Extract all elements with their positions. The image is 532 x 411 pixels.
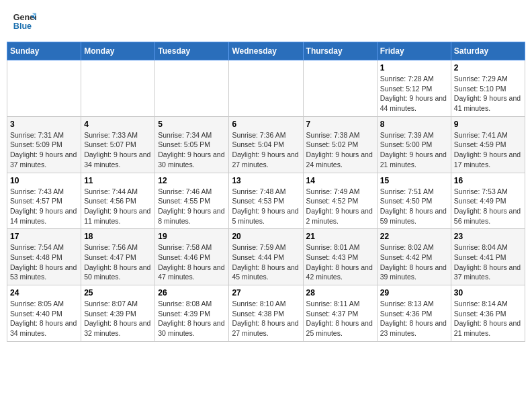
day-number: 11 [84,176,152,185]
day-info: Sunrise: 7:59 AMSunset: 4:44 PMDaylight:… [232,242,300,282]
column-header-sunday: Sunday [7,42,81,60]
day-info: Sunrise: 7:29 AMSunset: 5:10 PMDaylight:… [454,74,522,113]
day-number: 30 [454,288,522,298]
day-info: Sunrise: 8:08 AMSunset: 4:39 PMDaylight:… [158,299,226,338]
column-header-friday: Friday [377,42,451,60]
day-info: Sunrise: 7:44 AMSunset: 4:56 PMDaylight:… [84,187,152,226]
calendar-cell: 22Sunrise: 8:02 AMSunset: 4:42 PMDayligh… [377,229,451,285]
day-number: 10 [10,176,78,185]
calendar-cell: 8Sunrise: 7:39 AMSunset: 5:00 PMDaylight… [377,116,451,173]
day-number: 23 [454,232,522,241]
calendar-cell [7,60,81,117]
day-info: Sunrise: 8:02 AMSunset: 4:42 PMDaylight:… [380,242,448,282]
calendar-cell: 27Sunrise: 8:10 AMSunset: 4:38 PMDayligh… [229,285,303,342]
day-info: Sunrise: 8:04 AMSunset: 4:41 PMDaylight:… [454,242,522,282]
calendar-cell [155,60,229,117]
calendar-cell: 10Sunrise: 7:43 AMSunset: 4:57 PMDayligh… [7,173,81,229]
day-number: 13 [232,176,300,185]
calendar-cell: 25Sunrise: 8:07 AMSunset: 4:39 PMDayligh… [81,285,155,342]
calendar-cell: 19Sunrise: 7:58 AMSunset: 4:46 PMDayligh… [155,229,229,285]
day-info: Sunrise: 7:49 AMSunset: 4:52 PMDaylight:… [306,187,374,226]
calendar-week-2: 3Sunrise: 7:31 AMSunset: 5:09 PMDaylight… [7,116,525,173]
calendar-cell: 4Sunrise: 7:33 AMSunset: 5:07 PMDaylight… [81,116,155,173]
calendar-cell: 21Sunrise: 8:01 AMSunset: 4:43 PMDayligh… [303,229,377,285]
day-info: Sunrise: 7:46 AMSunset: 4:55 PMDaylight:… [158,187,226,226]
day-info: Sunrise: 7:33 AMSunset: 5:07 PMDaylight:… [84,130,152,170]
calendar-cell: 6Sunrise: 7:36 AMSunset: 5:04 PMDaylight… [229,116,303,173]
day-number: 22 [380,232,448,241]
calendar-cell: 28Sunrise: 8:11 AMSunset: 4:37 PMDayligh… [303,285,377,342]
day-number: 29 [380,288,448,298]
day-info: Sunrise: 7:51 AMSunset: 4:50 PMDaylight:… [380,187,448,226]
calendar-cell: 13Sunrise: 7:48 AMSunset: 4:53 PMDayligh… [229,173,303,229]
calendar-cell: 2Sunrise: 7:29 AMSunset: 5:10 PMDaylight… [451,60,525,117]
day-number: 20 [232,232,300,241]
day-info: Sunrise: 7:43 AMSunset: 4:57 PMDaylight:… [10,187,78,226]
calendar-week-3: 10Sunrise: 7:43 AMSunset: 4:57 PMDayligh… [7,173,525,229]
day-info: Sunrise: 7:53 AMSunset: 4:49 PMDaylight:… [454,187,522,226]
day-number: 3 [10,120,78,129]
calendar-cell: 1Sunrise: 7:28 AMSunset: 5:12 PMDaylight… [377,60,451,117]
day-number: 19 [158,232,226,241]
column-header-wednesday: Wednesday [229,42,303,60]
calendar-cell: 12Sunrise: 7:46 AMSunset: 4:55 PMDayligh… [155,173,229,229]
day-number: 14 [306,176,374,185]
day-info: Sunrise: 7:36 AMSunset: 5:04 PMDaylight:… [232,130,300,170]
day-info: Sunrise: 8:13 AMSunset: 4:36 PMDaylight:… [380,299,448,338]
calendar-cell: 7Sunrise: 7:38 AMSunset: 5:02 PMDaylight… [303,116,377,173]
calendar-cell [229,60,303,117]
day-number: 18 [84,232,152,241]
column-header-monday: Monday [81,42,155,60]
day-number: 28 [306,288,374,298]
page-header: General Blue [7,7,525,36]
day-number: 9 [454,120,522,129]
logo-icon: General Blue [12,9,36,34]
day-number: 2 [454,63,522,73]
calendar-table: SundayMondayTuesdayWednesdayThursdayFrid… [7,42,525,342]
day-number: 17 [10,232,78,241]
svg-text:Blue: Blue [13,21,32,31]
calendar-cell: 29Sunrise: 8:13 AMSunset: 4:36 PMDayligh… [377,285,451,342]
day-number: 26 [158,288,226,298]
day-number: 7 [306,120,374,129]
day-info: Sunrise: 7:39 AMSunset: 5:00 PMDaylight:… [380,130,448,170]
day-info: Sunrise: 7:41 AMSunset: 4:59 PMDaylight:… [454,130,522,170]
day-number: 27 [232,288,300,298]
calendar-cell: 26Sunrise: 8:08 AMSunset: 4:39 PMDayligh… [155,285,229,342]
day-number: 21 [306,232,374,241]
column-header-thursday: Thursday [303,42,377,60]
day-info: Sunrise: 7:31 AMSunset: 5:09 PMDaylight:… [10,130,78,170]
calendar-cell: 11Sunrise: 7:44 AMSunset: 4:56 PMDayligh… [81,173,155,229]
calendar-cell: 30Sunrise: 8:14 AMSunset: 4:36 PMDayligh… [451,285,525,342]
calendar-cell [81,60,155,117]
day-number: 6 [232,120,300,129]
day-number: 24 [10,288,78,298]
column-header-saturday: Saturday [451,42,525,60]
calendar-cell: 18Sunrise: 7:56 AMSunset: 4:47 PMDayligh… [81,229,155,285]
day-number: 4 [84,120,152,129]
column-header-tuesday: Tuesday [155,42,229,60]
calendar-cell: 15Sunrise: 7:51 AMSunset: 4:50 PMDayligh… [377,173,451,229]
calendar-cell: 5Sunrise: 7:34 AMSunset: 5:05 PMDaylight… [155,116,229,173]
calendar-week-4: 17Sunrise: 7:54 AMSunset: 4:48 PMDayligh… [7,229,525,285]
day-info: Sunrise: 7:54 AMSunset: 4:48 PMDaylight:… [10,242,78,282]
calendar-cell: 23Sunrise: 8:04 AMSunset: 4:41 PMDayligh… [451,229,525,285]
day-number: 12 [158,176,226,185]
calendar-cell: 20Sunrise: 7:59 AMSunset: 4:44 PMDayligh… [229,229,303,285]
day-info: Sunrise: 8:11 AMSunset: 4:37 PMDaylight:… [306,299,374,338]
day-number: 5 [158,120,226,129]
calendar-cell: 17Sunrise: 7:54 AMSunset: 4:48 PMDayligh… [7,229,81,285]
day-number: 16 [454,176,522,185]
calendar-cell: 9Sunrise: 7:41 AMSunset: 4:59 PMDaylight… [451,116,525,173]
day-info: Sunrise: 8:14 AMSunset: 4:36 PMDaylight:… [454,299,522,338]
day-info: Sunrise: 7:28 AMSunset: 5:12 PMDaylight:… [380,74,448,113]
calendar-cell [303,60,377,117]
day-info: Sunrise: 8:01 AMSunset: 4:43 PMDaylight:… [306,242,374,282]
day-info: Sunrise: 8:10 AMSunset: 4:38 PMDaylight:… [232,299,300,338]
logo: General Blue [12,9,36,34]
day-number: 1 [380,63,448,73]
day-info: Sunrise: 7:34 AMSunset: 5:05 PMDaylight:… [158,130,226,170]
day-info: Sunrise: 8:05 AMSunset: 4:40 PMDaylight:… [10,299,78,338]
calendar-cell: 16Sunrise: 7:53 AMSunset: 4:49 PMDayligh… [451,173,525,229]
day-number: 25 [84,288,152,298]
